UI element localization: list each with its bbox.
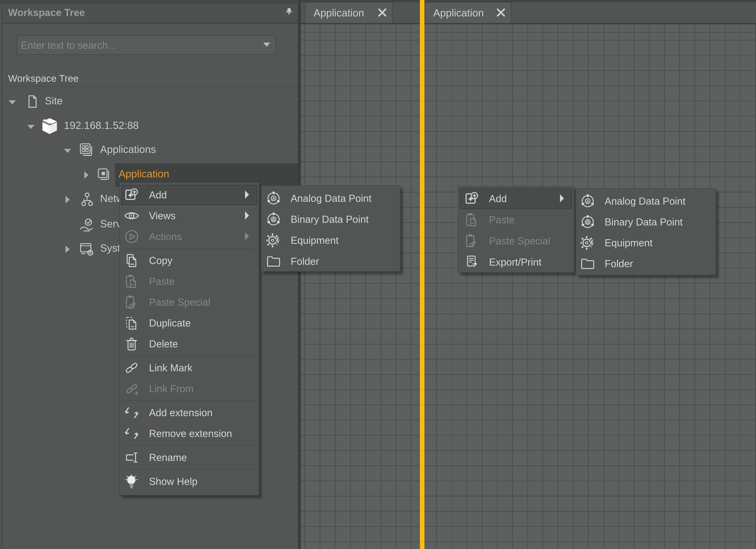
svg-text:A: A (272, 196, 275, 201)
svg-text:B: B (272, 217, 275, 222)
svg-text:A: A (586, 199, 589, 204)
svg-text:B: B (586, 220, 589, 225)
